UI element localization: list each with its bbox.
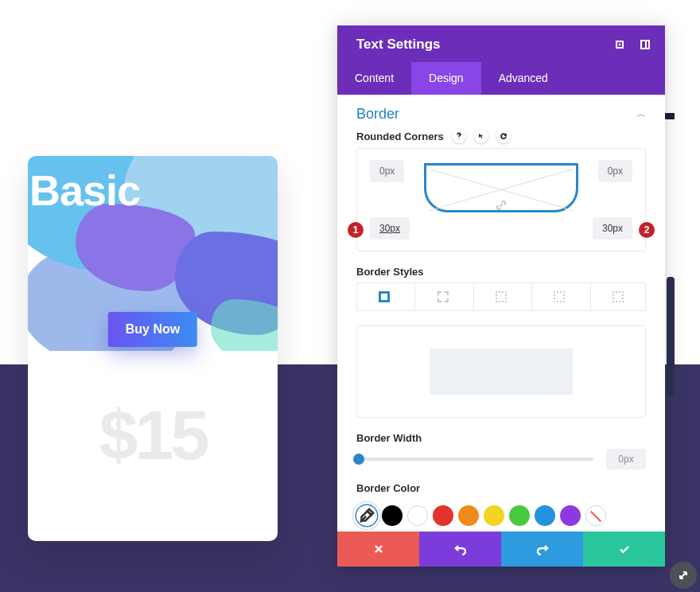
buy-now-button[interactable]: Buy Now: [108, 312, 197, 347]
swatch-red[interactable]: [433, 505, 453, 526]
border-styles-label: Border Styles: [356, 266, 646, 278]
page-edge-peek: [663, 113, 675, 119]
tab-content[interactable]: Content: [337, 62, 411, 95]
annotation-badge-2: 2: [639, 222, 655, 238]
save-button[interactable]: [583, 532, 665, 567]
border-style-buttons: [356, 282, 646, 311]
chevron-up-icon: ︿: [636, 107, 646, 121]
hover-icon[interactable]: [474, 129, 488, 143]
swatch-black[interactable]: [382, 505, 402, 526]
border-color-label: Border Color: [356, 482, 646, 494]
border-width-value[interactable]: 0px: [606, 449, 646, 469]
border-preview-inner: [430, 349, 573, 395]
rounded-corners-text: Rounded Corners: [356, 130, 444, 142]
expand-icon[interactable]: [614, 39, 625, 50]
card-price: $15: [28, 395, 278, 476]
corner-top-right-input[interactable]: 0px: [598, 160, 632, 182]
cancel-button[interactable]: [337, 532, 419, 567]
svg-point-1: [619, 44, 621, 46]
corner-top-left-input[interactable]: 0px: [370, 160, 404, 182]
annotation-badge-1: 1: [348, 222, 364, 238]
panel-header[interactable]: Text Settings: [337, 25, 665, 62]
help-icon[interactable]: [452, 129, 466, 143]
resize-handle[interactable]: [670, 562, 697, 589]
tab-advanced[interactable]: Advanced: [481, 62, 566, 95]
reset-icon[interactable]: [496, 129, 511, 143]
border-style-dotted-3[interactable]: [590, 283, 645, 310]
border-style-solid[interactable]: [357, 283, 411, 310]
swatch-white[interactable]: [407, 505, 428, 526]
rounded-corners-control: 0px 0px 30px 30px 1 2: [356, 148, 646, 251]
border-style-dotted-2[interactable]: [531, 283, 586, 310]
border-preview: [356, 325, 646, 418]
swatch-none[interactable]: [585, 505, 606, 526]
page-edge-scroll: [667, 277, 675, 396]
tab-design[interactable]: Design: [411, 62, 481, 95]
dock-icon[interactable]: [640, 39, 651, 50]
action-bar: [337, 532, 665, 567]
link-values-icon[interactable]: [495, 199, 508, 215]
panel-title: Text Settings: [356, 37, 440, 53]
slider-thumb[interactable]: [353, 454, 364, 465]
border-style-dashed-1[interactable]: [414, 283, 469, 310]
section-border-title: Border: [356, 106, 399, 123]
undo-button[interactable]: [419, 532, 501, 567]
border-width-label: Border Width: [356, 432, 646, 444]
border-style-dotted-1[interactable]: [473, 283, 528, 310]
section-border-toggle[interactable]: Border ︿: [356, 95, 646, 129]
border-width-slider[interactable]: [356, 458, 593, 461]
pricing-card: Basic Buy Now $15: [28, 156, 278, 541]
card-title: Basic: [29, 166, 140, 215]
redo-button[interactable]: [501, 532, 583, 567]
panel-body: Border ︿ Rounded Corners 0px 0px 30px 30…: [337, 95, 665, 532]
swatch-orange[interactable]: [458, 505, 479, 526]
corner-bottom-right-input[interactable]: 30px: [593, 217, 632, 240]
swatch-blue[interactable]: [535, 505, 555, 526]
rounded-corners-label: Rounded Corners: [356, 129, 646, 143]
svg-point-4: [458, 138, 459, 138]
swatch-green[interactable]: [509, 505, 530, 526]
corner-bottom-left-input[interactable]: 30px: [370, 217, 410, 240]
swatch-purple[interactable]: [560, 505, 581, 526]
corner-preview-shape: [424, 163, 578, 212]
swatch-yellow[interactable]: [484, 505, 504, 526]
color-swatches: [356, 499, 646, 526]
eyedropper-icon[interactable]: [356, 505, 377, 526]
settings-tabs: Content Design Advanced: [337, 62, 665, 95]
settings-panel: Text Settings Content Design Advanced Bo…: [337, 25, 665, 567]
